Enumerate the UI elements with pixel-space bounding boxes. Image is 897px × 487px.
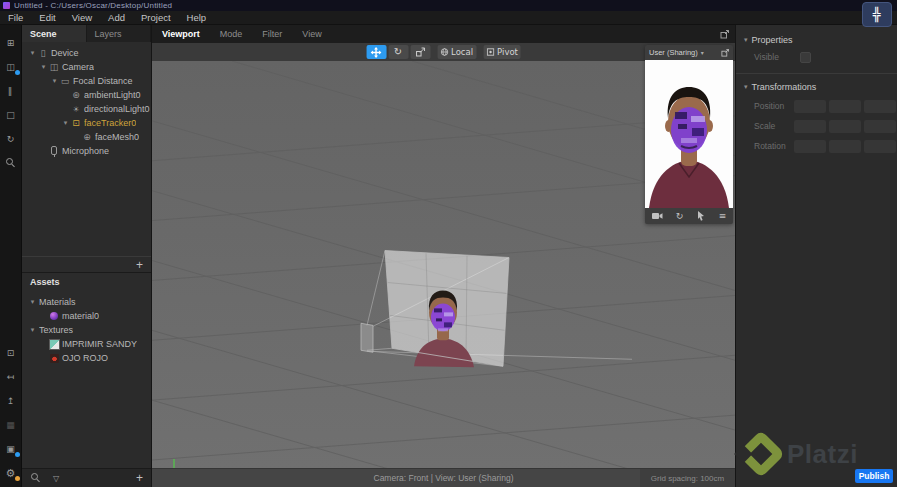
scene-tree: Device Camera Focal Distance bbox=[22, 42, 151, 158]
viewport-tab[interactable]: Filter bbox=[252, 25, 292, 43]
tree-row[interactable]: Focal Distance bbox=[22, 74, 151, 88]
tree-row[interactable]: IMPRIMIR SANDY bbox=[22, 337, 151, 351]
properties-section-header[interactable]: ▾ Properties bbox=[736, 25, 897, 47]
texture-eye-icon bbox=[48, 352, 60, 364]
viewport-tab[interactable]: View bbox=[292, 25, 331, 43]
3d-scene[interactable]: ↻ Loc bbox=[152, 43, 735, 468]
transform-label: Scale bbox=[754, 121, 791, 131]
tree-row[interactable]: directionalLight0 bbox=[22, 102, 151, 116]
expand-arrow-icon[interactable] bbox=[61, 119, 70, 127]
toolbar-button[interactable] bbox=[0, 55, 22, 79]
toolbar-button[interactable] bbox=[0, 103, 22, 127]
tree-item-label: IMPRIMIR SANDY bbox=[62, 339, 137, 349]
local-space-button[interactable]: Local bbox=[437, 45, 476, 59]
camera-canvas-plane[interactable] bbox=[385, 251, 509, 368]
tree-item-label: OJO ROJO bbox=[62, 353, 108, 363]
toolbar-button[interactable] bbox=[0, 461, 22, 485]
focal-distance-icon bbox=[59, 75, 71, 87]
camera-view-status: Camera: Front | View: User (Sharing) bbox=[374, 473, 514, 483]
transform-x-input[interactable] bbox=[794, 120, 826, 133]
preview-menu-icon[interactable]: ≡ bbox=[719, 212, 727, 221]
section-title: Transformations bbox=[752, 82, 817, 92]
toolbar-button[interactable] bbox=[0, 437, 22, 461]
restart-video-icon[interactable]: ↻ bbox=[676, 212, 684, 221]
filter-icon[interactable] bbox=[50, 472, 62, 484]
add-asset-button[interactable]: + bbox=[136, 472, 143, 484]
transform-toolbar: ↻ Loc bbox=[366, 45, 521, 59]
rotate-tool-button[interactable]: ↻ bbox=[388, 45, 408, 59]
menu-item[interactable]: Add bbox=[100, 11, 133, 25]
expand-arrow-icon[interactable] bbox=[39, 63, 48, 71]
pivot-button[interactable]: Pivot bbox=[483, 45, 521, 59]
scale-tool-button[interactable] bbox=[410, 45, 430, 59]
popout-icon[interactable] bbox=[721, 49, 729, 57]
menu-item[interactable]: Help bbox=[179, 11, 215, 25]
toolbar-button[interactable] bbox=[0, 389, 22, 413]
transform-row: Rotation bbox=[736, 136, 897, 156]
expand-arrow-icon[interactable] bbox=[28, 298, 37, 306]
simulate-touch-icon[interactable] bbox=[697, 211, 706, 221]
viewport-tab[interactable]: Mode bbox=[210, 25, 253, 43]
add-scene-object-button[interactable]: + bbox=[136, 259, 143, 271]
search-icon[interactable] bbox=[30, 472, 42, 484]
tree-row[interactable]: faceMesh0 bbox=[22, 130, 151, 144]
scene-panel-tab[interactable]: Layers bbox=[87, 25, 152, 42]
expand-arrow-icon[interactable] bbox=[28, 49, 37, 57]
app-window: Untitled - C:/Users/Oscar/Desktop/Untitl… bbox=[0, 0, 897, 487]
tree-item-label: Microphone bbox=[62, 146, 109, 156]
tree-row[interactable]: Microphone bbox=[22, 144, 151, 158]
move-tool-button[interactable] bbox=[366, 45, 386, 59]
video-camera-icon[interactable] bbox=[652, 212, 663, 220]
platzi-logo-icon bbox=[737, 430, 785, 478]
tree-row[interactable]: Device bbox=[22, 46, 151, 60]
visible-checkbox[interactable] bbox=[800, 52, 811, 63]
menu-item[interactable]: Edit bbox=[31, 11, 63, 25]
tree-row[interactable]: Materials bbox=[22, 295, 151, 309]
rotate-icon: ↻ bbox=[394, 47, 402, 57]
toolbar-button[interactable] bbox=[0, 151, 22, 175]
toolbar-button[interactable] bbox=[0, 365, 22, 389]
tree-row[interactable]: Textures bbox=[22, 323, 151, 337]
transform-z-input[interactable] bbox=[864, 140, 896, 153]
transformations-section-header[interactable]: ▾ Transformations bbox=[736, 74, 897, 96]
tree-row[interactable]: Camera bbox=[22, 60, 151, 74]
tree-row[interactable]: faceTracker0 bbox=[22, 116, 151, 130]
transform-y-input[interactable] bbox=[829, 140, 861, 153]
transform-z-input[interactable] bbox=[864, 120, 896, 133]
camera-gizmo[interactable] bbox=[361, 323, 373, 352]
tree-row[interactable]: material0 bbox=[22, 309, 151, 323]
tree-item-label: Materials bbox=[39, 297, 76, 307]
app-grid-icon[interactable]: ╬ bbox=[862, 2, 892, 27]
title-bar: Untitled - C:/Users/Oscar/Desktop/Untitl… bbox=[0, 0, 897, 11]
popout-icon[interactable] bbox=[720, 30, 729, 39]
toolbar-button[interactable] bbox=[0, 79, 22, 103]
chevron-down-icon[interactable]: ▾ bbox=[701, 49, 704, 56]
toolbar-button[interactable] bbox=[0, 31, 22, 55]
tree-item-label: Textures bbox=[39, 325, 73, 335]
notification-badge bbox=[15, 70, 20, 75]
toolbar-button[interactable] bbox=[0, 127, 22, 151]
menu-item[interactable]: Project bbox=[133, 11, 179, 25]
expand-arrow-icon[interactable] bbox=[50, 77, 59, 85]
tree-row[interactable]: ambientLight0 bbox=[22, 88, 151, 102]
transform-y-input[interactable] bbox=[829, 120, 861, 133]
toolbar-button[interactable] bbox=[0, 413, 22, 437]
expand-arrow-icon[interactable] bbox=[28, 326, 37, 334]
toolbar-button[interactable] bbox=[0, 341, 22, 365]
transform-z-input[interactable] bbox=[864, 100, 896, 113]
scene-panel-tab[interactable]: Scene bbox=[22, 25, 87, 42]
add-object-icon bbox=[5, 37, 17, 49]
tree-row[interactable]: OJO ROJO bbox=[22, 351, 151, 365]
transform-x-input[interactable] bbox=[794, 140, 826, 153]
preview-source-dropdown[interactable]: User (Sharing) bbox=[649, 48, 698, 57]
menu-item[interactable]: View bbox=[64, 11, 100, 25]
transform-label: Rotation bbox=[754, 141, 791, 151]
publish-button[interactable]: Publish bbox=[855, 469, 893, 483]
tree-item-label: directionalLight0 bbox=[84, 104, 150, 114]
transform-x-input[interactable] bbox=[794, 100, 826, 113]
face-mesh-icon bbox=[81, 131, 93, 143]
transform-y-input[interactable] bbox=[829, 100, 861, 113]
menu-item[interactable]: File bbox=[0, 11, 31, 25]
expand-arrow-icon: ▾ bbox=[744, 83, 748, 91]
viewport-tab[interactable]: Viewport bbox=[152, 25, 210, 43]
